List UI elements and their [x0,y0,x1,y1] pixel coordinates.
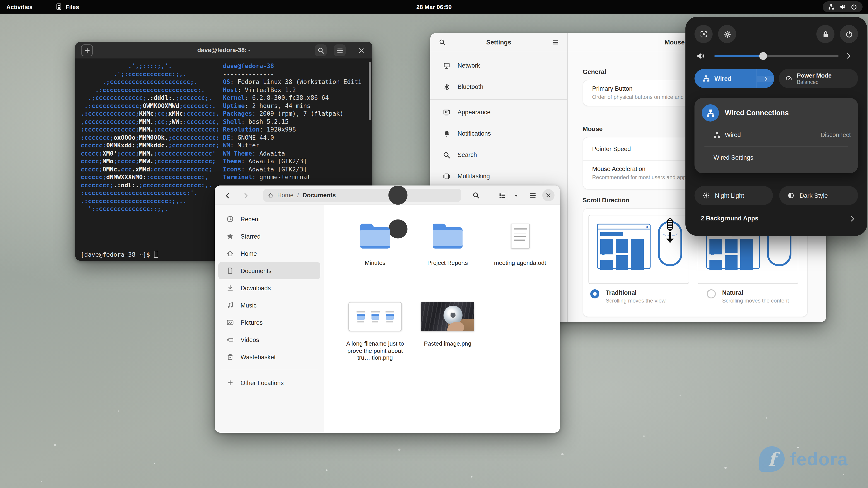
fedora-logo-icon: f [759,446,785,472]
view-options-button[interactable] [509,189,523,202]
wired-toggle[interactable]: Wired [694,69,774,88]
sidebar-item-other-locations[interactable]: Other Locations [218,374,320,392]
plus-icon [226,379,234,386]
list-view-button[interactable] [495,189,509,202]
sidebar-item-appearance[interactable]: Appearance [430,102,567,123]
settings-button[interactable] [718,25,736,43]
sidebar-item-label: Other Locations [241,379,284,386]
traditional-option[interactable]: Traditional Scrolling moves the view [590,289,665,304]
dark-style-toggle[interactable]: Dark Style [779,186,858,205]
sidebar-item-network[interactable]: Network [430,55,567,76]
folder-icon [360,223,390,248]
breadcrumb-separator: / [297,192,299,199]
lock-icon [822,30,829,38]
document-icon [511,223,529,248]
power-button[interactable] [840,25,858,43]
files-menu-button[interactable] [526,189,539,202]
breadcrumb-current[interactable]: Documents [302,192,336,199]
wired-expand-button[interactable] [757,76,774,81]
video-icon [226,336,234,343]
files-search-button[interactable] [470,189,483,202]
app-menu[interactable]: Files [49,0,85,13]
popover-title: Wired Connections [725,109,789,117]
close-icon [546,192,551,198]
file-item-meeting-agenda-odt[interactable]: meeting agenda.odt [484,216,556,296]
chevron-left-icon [224,192,231,199]
divider [430,99,567,100]
close-icon [358,47,365,54]
sidebar-item-label: Downloads [241,285,271,291]
terminal-menu-button[interactable] [334,45,346,56]
sidebar-item-recent[interactable]: Recent [218,210,320,228]
sidebar-item-notifications[interactable]: Notifications [430,123,567,144]
gauge-icon [785,75,792,82]
terminal-scrollbar[interactable] [369,62,371,120]
hamburger-icon [529,192,536,199]
terminal-search-button[interactable] [315,45,327,56]
sidebar-item-videos[interactable]: Videos [218,331,320,348]
back-button[interactable] [221,189,234,202]
bluetooth-icon [443,83,450,90]
file-item-pasted-image-png[interactable]: Pasted image.png [411,296,484,377]
view-toggle [495,189,523,202]
traditional-illustration[interactable]: x « [588,215,689,284]
volume-slider[interactable] [714,55,839,57]
download-icon [226,284,234,292]
sidebar-item-wastebasket[interactable]: Wastebasket [218,348,320,366]
sidebar-item-pictures[interactable]: Pictures [218,314,320,331]
volume-icon [839,4,846,10]
files-close-button[interactable] [542,189,555,201]
settings-menu-button[interactable] [549,36,562,49]
power-mode-toggle[interactable]: Power Mode Balanced [779,69,858,88]
file-name: Pasted image.png [424,340,471,347]
sidebar-item-music[interactable]: Music [218,296,320,314]
sidebar-item-documents[interactable]: Documents [218,262,320,279]
night-light-toggle[interactable]: Night Light [694,186,773,205]
natural-option[interactable]: Natural Scrolling moves the content [707,289,789,304]
page-title: Mouse [664,38,685,46]
activities-button[interactable]: Activities [0,0,39,13]
sidebar-item-bluetooth[interactable]: Bluetooth [430,76,567,97]
clock-icon [226,216,234,223]
sidebar-item-label: Recent [241,216,260,223]
divider [705,146,848,146]
wired-connection-row[interactable]: Wired Disconnect [714,129,851,141]
terminal-headerbar[interactable]: dave@fedora-38:~ [75,42,372,59]
system-tray[interactable] [823,1,863,12]
sidebar-item-label: Appearance [458,109,491,116]
radio-selected-icon[interactable] [590,289,599,298]
screenshot-button[interactable] [694,25,713,43]
window-mock: x « [597,224,651,269]
forward-button[interactable] [239,189,252,202]
disconnect-button[interactable]: Disconnect [820,131,851,138]
file-name: Minutes [365,259,385,266]
chevron-right-icon[interactable] [845,52,852,59]
breadcrumb-home[interactable]: Home [277,192,293,199]
network-wired-icon [706,109,715,117]
photo-thumbnail [421,302,474,331]
wired-settings-link[interactable]: Wired Settings [714,154,753,161]
sidebar-item-multitasking[interactable]: Multitasking [430,166,567,187]
dark-style-label: Dark Style [800,192,828,199]
breadcrumb[interactable]: Home / Documents [263,189,461,202]
wired-connections-popover: Wired Connections Wired Disconnect Wired… [694,98,858,173]
file-item-a-long-filename-just-to-prove-[interactable]: A long filename just to prove the point … [339,296,411,377]
mouse-section-label: Mouse [583,125,603,133]
volume-knob[interactable] [759,52,767,60]
chevron-right-icon[interactable] [849,216,856,222]
natural-desc: Scrolling moves the content [722,297,789,304]
file-name: Project Reports [427,259,468,266]
night-light-label: Night Light [715,192,744,199]
picture-icon [226,319,234,326]
down-arrow-icon [666,238,674,243]
lock-button[interactable] [816,25,835,43]
sidebar-item-downloads[interactable]: Downloads [218,279,320,296]
sidebar-item-home[interactable]: Home [218,245,320,262]
clock[interactable]: 28 Mar 06:59 [416,3,452,10]
background-apps-row[interactable]: 2 Background Apps [701,215,758,222]
radio-unselected-icon[interactable] [707,289,716,298]
sidebar-item-search[interactable]: Search [430,144,567,166]
terminal-close-button[interactable] [355,45,367,56]
sidebar-item-starred[interactable]: Starred [218,228,320,245]
settings-sidebar-header[interactable]: Settings [430,33,567,51]
